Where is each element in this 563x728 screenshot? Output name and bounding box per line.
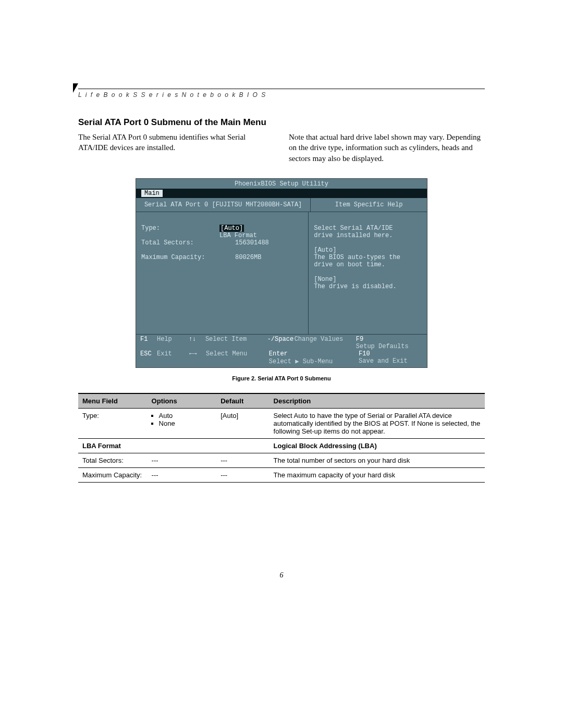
cell-default: --- — [216, 467, 269, 482]
bios-act-change: Change Values — [295, 336, 344, 343]
page-number: 6 — [78, 571, 485, 579]
cell-desc: The maximum capacity of your hard disk — [270, 467, 485, 482]
bios-key-f9: F9 — [356, 336, 373, 343]
cell-default: --- — [216, 453, 269, 467]
figure-caption: Figure 2. Serial ATA Port 0 Submenu — [78, 375, 485, 381]
bios-act-defaults: Setup Defaults — [356, 343, 409, 350]
bios-act-save-exit: Save and Exit — [359, 357, 408, 365]
th-description: Description — [270, 393, 485, 409]
bios-act-help: Help — [157, 336, 172, 343]
cell-menu: Maximum Capacity: — [78, 467, 148, 482]
bios-help-l3: [Auto] — [314, 246, 422, 254]
bios-capacity-value: 80026MB — [219, 254, 261, 261]
crop-mark-icon — [73, 83, 78, 93]
bios-key-f10: F10 — [359, 350, 375, 357]
bios-title: PhoenixBIOS Setup Utility — [136, 179, 427, 189]
bios-lba-format: LBA Format — [219, 232, 257, 239]
table-row: Maximum Capacity: --- --- The maximum ca… — [78, 467, 485, 482]
bios-key-enter: Enter — [269, 350, 296, 357]
bios-right-heading: Item Specific Help — [311, 198, 427, 212]
bios-help-l1: Select Serial ATA/IDE — [314, 225, 422, 232]
bios-sectors-label: Total Sectors: — [141, 239, 219, 246]
cell-lba-desc: Logical Block Addressing (LBA) — [270, 438, 485, 453]
bios-help-l7: The drive is disabled. — [314, 283, 422, 290]
bios-help-l4: The BIOS auto-types the — [314, 254, 422, 261]
bios-type-value: [Auto] — [219, 225, 244, 232]
th-default: Default — [216, 393, 269, 409]
header-rule — [78, 89, 485, 89]
cell-menu: Type: — [78, 408, 148, 438]
bios-help-l2: drive installed here. — [314, 232, 422, 239]
intro-right: Note that actual hard drive label shown … — [289, 132, 485, 164]
bios-act-submenu: Select ▶ Sub-Menu — [269, 357, 333, 365]
bios-act-select-item: Select Item — [205, 336, 247, 343]
opt-none: None — [159, 419, 213, 427]
cell-options: --- — [148, 467, 217, 482]
bios-key-esc: ESC — [140, 350, 157, 357]
cell-desc: The total number of sectors on your hard… — [270, 453, 485, 467]
options-table: Menu Field Options Default Description T… — [78, 393, 485, 483]
cell-lba-label: LBA Format — [78, 438, 270, 453]
intro-columns: The Serial ATA Port 0 submenu identifies… — [78, 132, 485, 164]
bios-key-f1: F1 — [140, 336, 157, 343]
bios-left-pane: Type: [Auto] LBA Format Total Sectors: 1… — [136, 212, 309, 334]
table-row: Type: Auto None [Auto] Select Auto to ha… — [78, 408, 485, 438]
running-head: L i f e B o o k S S e r i e s N o t e b … — [78, 91, 485, 98]
table-row: Total Sectors: --- --- The total number … — [78, 453, 485, 467]
th-options: Options — [148, 393, 217, 409]
intro-left: The Serial ATA Port 0 submenu identifies… — [78, 132, 274, 164]
bios-screenshot: PhoenixBIOS Setup Utility Main Serial AT… — [136, 178, 427, 368]
table-row: LBA Format Logical Block Addressing (LBA… — [78, 438, 485, 453]
section-title: Serial ATA Port 0 Submenu of the Main Me… — [78, 117, 485, 128]
bios-left-heading: Serial ATA Port 0 [FUJITSU MHT2080BH-SAT… — [136, 198, 311, 212]
bios-tab-main: Main — [141, 190, 163, 197]
bios-act-select-menu: Select Menu — [206, 350, 247, 357]
bios-help-l6: [None] — [314, 276, 422, 283]
cell-desc: Select Auto to have the type of Serial o… — [270, 408, 485, 438]
bios-help-pane: Select Serial ATA/IDE drive installed he… — [309, 212, 427, 334]
bios-act-exit: Exit — [157, 350, 172, 357]
bios-sectors-value: 156301488 — [219, 239, 269, 246]
cell-options: Auto None — [148, 408, 217, 438]
bios-type-label: Type: — [141, 225, 219, 232]
bios-help-l5: drive on boot time. — [314, 261, 422, 268]
th-menu-field: Menu Field — [78, 393, 148, 409]
opt-auto: Auto — [159, 412, 213, 419]
bios-key-leftright: ←→ — [189, 350, 206, 357]
cell-options: --- — [148, 453, 217, 467]
bios-key-updown: ↑↓ — [189, 336, 205, 343]
bios-key-space: -/Space — [267, 336, 295, 343]
cell-menu: Total Sectors: — [78, 453, 148, 467]
bios-footer: F1Help ↑↓Select Item -/SpaceChange Value… — [136, 334, 427, 367]
bios-capacity-label: Maximum Capacity: — [141, 254, 219, 261]
bios-tab-bar: Main — [136, 189, 427, 198]
cell-default: [Auto] — [216, 408, 269, 438]
